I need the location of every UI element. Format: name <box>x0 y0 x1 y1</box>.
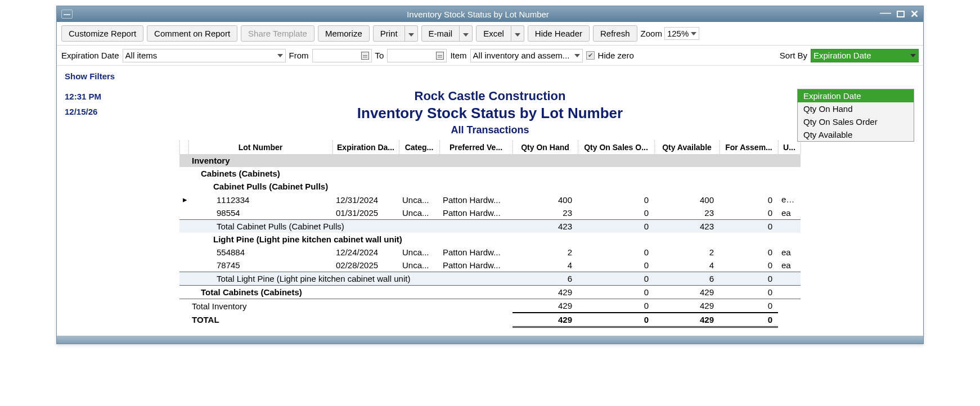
col-category[interactable]: Categ... <box>399 141 439 154</box>
print-split-button[interactable]: Print <box>373 25 418 42</box>
report-window: Inventory Stock Status by Lot Number — ✕… <box>56 6 924 344</box>
window-bottom-border <box>57 336 923 344</box>
sortby-select[interactable]: Expiration Date <box>811 49 919 62</box>
hide-zero-checkbox[interactable]: ✔ <box>586 51 595 60</box>
refresh-button[interactable]: Refresh <box>593 25 637 42</box>
col-lot-number[interactable]: Lot Number <box>188 141 332 154</box>
table-row[interactable]: Light Pine (Light pine kitchen cabinet w… <box>179 233 801 246</box>
excel-dropdown-icon[interactable] <box>511 25 524 42</box>
report-subtitle: All Transactions <box>65 124 915 136</box>
close-icon[interactable]: ✕ <box>910 8 919 20</box>
zoom-value: 125% <box>667 29 689 38</box>
col-onhand[interactable]: Qty On Hand <box>513 141 578 154</box>
email-dropdown-icon[interactable] <box>460 25 473 42</box>
chevron-down-icon <box>691 32 696 35</box>
company-name: Rock Castle Construction <box>65 89 915 103</box>
table-row[interactable]: 7874502/28/2025Unca...Patton Hardw...404… <box>179 259 801 272</box>
sortby-dropdown-list[interactable]: Expiration Date Qty On Hand Qty On Sales… <box>797 89 914 142</box>
excel-button[interactable]: Excel <box>476 25 511 42</box>
sortby-label: Sort By <box>780 51 807 60</box>
hide-header-button[interactable]: Hide Header <box>528 25 590 42</box>
email-button[interactable]: E-mail <box>421 25 460 42</box>
report-time: 12:31 PM <box>65 89 101 104</box>
email-split-button[interactable]: E-mail <box>421 25 473 42</box>
share-template-button[interactable]: Share Template <box>241 25 314 42</box>
to-label: To <box>375 51 384 60</box>
col-expiration[interactable]: Expiration Da... <box>332 141 399 154</box>
zoom-label: Zoom <box>641 29 662 38</box>
hide-zero-label: Hide zero <box>598 51 634 60</box>
expiration-date-label: Expiration Date <box>61 51 119 60</box>
col-forassembly[interactable]: For Assem... <box>720 141 778 154</box>
expiration-date-select[interactable]: All items <box>123 49 286 62</box>
to-date-input[interactable] <box>387 49 447 62</box>
report-header: Rock Castle Construction Inventory Stock… <box>65 89 915 136</box>
excel-split-button[interactable]: Excel <box>476 25 524 42</box>
table-row[interactable]: 9855401/31/2025Unca...Patton Hardw...230… <box>179 206 801 220</box>
customize-report-button[interactable]: Customize Report <box>61 25 143 42</box>
table-row[interactable]: Total Inventory42904290 <box>179 299 801 313</box>
table-row[interactable]: Inventory <box>179 154 801 167</box>
filter-bar: Expiration Date All items From To Item A… <box>57 46 923 66</box>
report-grid: Lot Number Expiration Da... Categ... Pre… <box>179 141 801 328</box>
table-row[interactable]: TOTAL42904290 <box>179 313 801 327</box>
chevron-down-icon <box>277 54 283 57</box>
chevron-down-icon <box>910 54 916 57</box>
col-uom[interactable]: U... <box>778 141 801 154</box>
print-button[interactable]: Print <box>373 25 405 42</box>
item-value: All inventory and assem... <box>473 51 572 60</box>
from-label: From <box>289 51 309 60</box>
table-row[interactable]: Cabinet Pulls (Cabinet Pulls) <box>179 180 801 193</box>
zoom-select[interactable]: 125% <box>664 27 699 40</box>
item-label: Item <box>450 51 466 60</box>
comment-on-report-button[interactable]: Comment on Report <box>147 25 237 42</box>
zoom-control: Zoom 125% <box>641 27 700 40</box>
item-select[interactable]: All inventory and assem... <box>470 49 583 62</box>
sort-option[interactable]: Qty Available <box>798 128 914 141</box>
report-meta: 12:31 PM 12/15/26 <box>65 89 101 119</box>
sort-option[interactable]: Qty On Hand <box>798 102 914 115</box>
from-date-input[interactable] <box>312 49 372 62</box>
expiration-date-value: All items <box>125 51 275 60</box>
table-row[interactable]: ▸111233412/31/2024Unca...Patton Hardw...… <box>179 193 801 206</box>
col-vendor[interactable]: Preferred Ve... <box>439 141 513 154</box>
calendar-icon[interactable] <box>436 52 444 60</box>
memorize-button[interactable]: Memorize <box>318 25 370 42</box>
minimize-icon[interactable]: — <box>880 11 891 14</box>
table-row[interactable]: 55488412/24/2024Unca...Patton Hardw...20… <box>179 246 801 259</box>
maximize-icon[interactable] <box>897 11 905 17</box>
sort-option[interactable]: Qty On Sales Order <box>798 115 914 128</box>
titlebar: Inventory Stock Status by Lot Number — ✕ <box>57 6 923 22</box>
window-title: Inventory Stock Status by Lot Number <box>76 10 880 19</box>
table-row[interactable]: Total Light Pine (Light pine kitchen cab… <box>179 272 801 286</box>
system-menu-icon[interactable] <box>61 10 73 19</box>
report-title: Inventory Stock Status by Lot Number <box>65 105 915 122</box>
show-filters-link[interactable]: Show Filters <box>57 66 923 87</box>
report-area: Expiration Date Qty On Hand Qty On Sales… <box>57 89 923 336</box>
sort-option[interactable]: Expiration Date <box>798 89 914 102</box>
col-onsales[interactable]: Qty On Sales O... <box>578 141 654 154</box>
table-row[interactable]: Total Cabinets (Cabinets)42904290 <box>179 286 801 299</box>
col-available[interactable]: Qty Available <box>654 141 720 154</box>
report-date: 12/15/26 <box>65 104 101 119</box>
toolbar: Customize Report Comment on Report Share… <box>57 22 923 46</box>
chevron-down-icon <box>574 54 580 57</box>
calendar-icon[interactable] <box>361 52 369 60</box>
print-dropdown-icon[interactable] <box>405 25 418 42</box>
column-header-row: Lot Number Expiration Da... Categ... Pre… <box>179 141 801 154</box>
table-row[interactable]: Total Cabinet Pulls (Cabinet Pulls)42304… <box>179 220 801 233</box>
sortby-value: Expiration Date <box>813 51 908 60</box>
table-row[interactable]: Cabinets (Cabinets) <box>179 167 801 180</box>
